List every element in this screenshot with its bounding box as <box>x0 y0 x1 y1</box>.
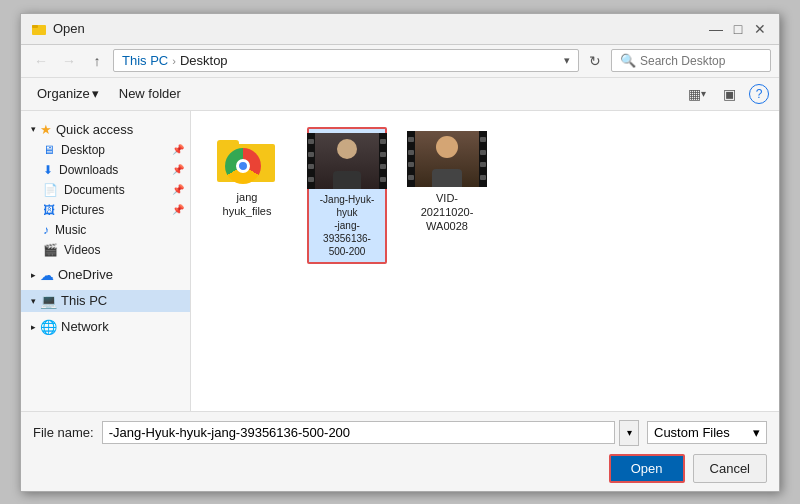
sidebar-item-desktop[interactable]: 🖥 Desktop 📌 <box>21 140 190 160</box>
help-button[interactable]: ? <box>749 84 769 104</box>
up-button[interactable]: ↑ <box>85 49 109 73</box>
minimize-button[interactable]: — <box>707 20 725 38</box>
filetype-dropdown[interactable]: Custom Files ▾ <box>647 421 767 444</box>
sidebar-quickaccess-label: Quick access <box>56 122 133 137</box>
breadcrumb-sep1: › <box>172 55 176 67</box>
open-button[interactable]: Open <box>609 454 685 483</box>
hole8 <box>380 177 386 182</box>
sidebar-music-label: Music <box>55 223 86 237</box>
folder-label: jang hyuk_files <box>211 190 283 219</box>
hole7 <box>380 164 386 169</box>
sidebar-documents-label: Documents <box>64 183 125 197</box>
close-button[interactable]: ✕ <box>751 20 769 38</box>
refresh-button[interactable]: ↻ <box>583 49 607 73</box>
vid-person-body <box>432 169 462 187</box>
pane-button[interactable]: ▣ <box>717 82 741 106</box>
breadcrumb-thispc[interactable]: This PC <box>122 53 168 68</box>
title-bar: Open — □ ✕ <box>21 14 779 45</box>
quickaccess-star-icon: ★ <box>40 122 52 137</box>
second-toolbar: Organize ▾ New folder ▦ ▾ ▣ ? <box>21 78 779 111</box>
forward-button[interactable]: → <box>57 49 81 73</box>
hole9 <box>408 137 414 142</box>
nav-toolbar: ← → ↑ This PC › Desktop ▾ ↻ 🔍 <box>21 45 779 78</box>
sidebar-section-quickaccess: ▾ ★ Quick access 🖥 Desktop 📌 ⬇ Downloads… <box>21 119 190 260</box>
sidebar-item-pictures[interactable]: 🖼 Pictures 📌 <box>21 200 190 220</box>
vid-person-graphic <box>415 131 479 187</box>
vid-label: VID-20211020-WA0028 <box>411 191 483 234</box>
chrome-logo <box>225 148 261 184</box>
content-area: jang hyuk_files <box>191 111 779 411</box>
search-bar[interactable]: 🔍 <box>611 49 771 72</box>
sidebar-network-label: Network <box>61 319 109 334</box>
view-icon: ▦ <box>688 86 701 102</box>
network-icon: 🌐 <box>40 319 57 335</box>
sidebar-network-header[interactable]: ▸ 🌐 Network <box>21 316 190 338</box>
hole11 <box>408 162 414 167</box>
sidebar-downloads-label: Downloads <box>59 163 118 177</box>
open-dialog: Open — □ ✕ ← → ↑ This PC › Desktop ▾ ↻ 🔍… <box>20 13 780 492</box>
folder-icon-graphic <box>217 134 277 182</box>
breadcrumb-desktop: Desktop <box>180 53 228 68</box>
dialog-title: Open <box>53 21 85 36</box>
filename-row: File name: ▾ Custom Files ▾ <box>33 420 767 446</box>
pane-icon: ▣ <box>723 86 736 102</box>
expand-onedrive-icon: ▸ <box>31 270 36 280</box>
hole4 <box>308 177 314 182</box>
breadcrumb-bar: This PC › Desktop ▾ <box>113 49 579 72</box>
breadcrumb-dropdown-icon[interactable]: ▾ <box>564 54 570 67</box>
filename-input[interactable] <box>102 421 615 444</box>
videos-icon: 🎬 <box>43 243 58 257</box>
person-head <box>337 139 357 159</box>
sidebar-videos-label: Videos <box>64 243 100 257</box>
sidebar-thispc-label: This PC <box>61 293 107 308</box>
expand-quickaccess-icon: ▾ <box>31 124 36 134</box>
folder-body <box>217 144 275 182</box>
svg-rect-1 <box>32 25 38 28</box>
actions-row: Open Cancel <box>33 454 767 483</box>
title-bar-left: Open <box>31 21 85 37</box>
pin-icon-pictures: 📌 <box>172 204 184 215</box>
downloads-icon: ⬇ <box>43 163 53 177</box>
main-area: ▾ ★ Quick access 🖥 Desktop 📌 ⬇ Downloads… <box>21 111 779 411</box>
sidebar-thispc-header[interactable]: ▾ 💻 This PC <box>21 290 190 312</box>
sidebar-onedrive-header[interactable]: ▸ ☁ OneDrive <box>21 264 190 286</box>
sidebar-onedrive-label: OneDrive <box>58 267 113 282</box>
new-folder-button[interactable]: New folder <box>113 84 187 103</box>
vid-thumb <box>407 131 487 187</box>
filmstrip-right <box>379 133 387 189</box>
person-body <box>333 171 361 189</box>
sidebar-item-music[interactable]: ♪ Music <box>21 220 190 240</box>
video-selected-label: -Jang-Hyuk-hyuk-jang-39356136-500-200 <box>313 193 381 258</box>
hole15 <box>480 162 486 167</box>
sidebar-item-videos[interactable]: 🎬 Videos <box>21 240 190 260</box>
file-item-vid[interactable]: VID-20211020-WA0028 <box>407 127 487 238</box>
video-person-graphic <box>315 133 379 189</box>
dialog-icon <box>31 21 47 37</box>
maximize-button[interactable]: □ <box>729 20 747 38</box>
back-button[interactable]: ← <box>29 49 53 73</box>
file-item-video-selected[interactable]: -Jang-Hyuk-hyuk-jang-39356136-500-200 <box>307 127 387 264</box>
title-bar-controls: — □ ✕ <box>707 20 769 38</box>
search-input[interactable] <box>640 54 762 68</box>
filmstrip-left <box>307 133 315 189</box>
organize-button[interactable]: Organize ▾ <box>31 84 105 103</box>
vid-person-head <box>436 136 458 158</box>
file-item-folder[interactable]: jang hyuk_files <box>207 127 287 223</box>
organize-label: Organize <box>37 86 90 101</box>
hole2 <box>308 152 314 157</box>
sidebar-item-documents[interactable]: 📄 Documents 📌 <box>21 180 190 200</box>
sidebar: ▾ ★ Quick access 🖥 Desktop 📌 ⬇ Downloads… <box>21 111 191 411</box>
expand-thispc-icon: ▾ <box>31 296 36 306</box>
sidebar-item-downloads[interactable]: ⬇ Downloads 📌 <box>21 160 190 180</box>
hole5 <box>380 139 386 144</box>
sidebar-quickaccess-header[interactable]: ▾ ★ Quick access <box>21 119 190 140</box>
chrome-center <box>236 159 250 173</box>
cancel-button[interactable]: Cancel <box>693 454 767 483</box>
view-button[interactable]: ▦ ▾ <box>685 82 709 106</box>
filename-dropdown-button[interactable]: ▾ <box>619 420 639 446</box>
pictures-icon: 🖼 <box>43 203 55 217</box>
hole14 <box>480 150 486 155</box>
sidebar-desktop-label: Desktop <box>61 143 105 157</box>
bottom-bar: File name: ▾ Custom Files ▾ Open Cancel <box>21 411 779 491</box>
sidebar-section-onedrive: ▸ ☁ OneDrive <box>21 264 190 286</box>
